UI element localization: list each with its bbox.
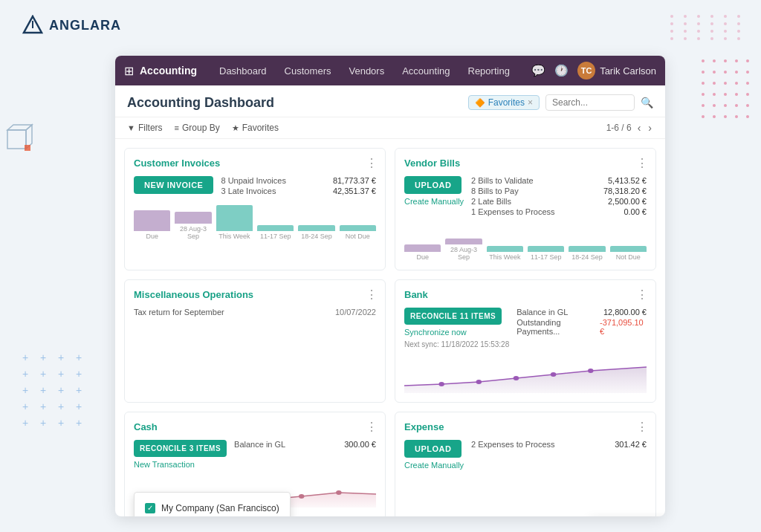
bg-decoration-plus: ++++ ++++ ++++ ++++ ++++ <box>22 352 88 428</box>
misc-operations-title: Miscellaneous Operations <box>134 289 376 300</box>
outstanding-label: Outstanding Payments... <box>516 318 600 336</box>
search-icon[interactable]: 🔍 <box>641 97 653 108</box>
expense-card: Expense ⋮ UPLOAD Create Manually 2 Expen… <box>395 412 656 516</box>
nav-customers[interactable]: Customers <box>277 62 339 80</box>
reconcile-cash-button[interactable]: RECONCILE 3 ITEMS <box>134 440 227 457</box>
dash-header: Accounting Dashboard 🔶 Favorites × 🔍 <box>115 85 665 117</box>
bills-pay-amount: 78,318.20 € <box>603 186 647 195</box>
company-dropdown: My Company (San Francisco) My Company (C… <box>134 492 291 516</box>
chat-icon[interactable]: 💬 <box>531 64 545 77</box>
svg-point-11 <box>299 494 305 499</box>
sync-next-text: Next sync: 11/18/2022 15:53:28 <box>404 340 509 348</box>
customer-invoices-menu-icon[interactable]: ⋮ <box>366 156 378 170</box>
create-manually-expense-link[interactable]: Create Manually <box>404 461 464 470</box>
misc-operations-card: Miscellaneous Operations ⋮ Tax return fo… <box>124 279 386 403</box>
nav-reporting[interactable]: Reporting <box>461 62 517 80</box>
search-input[interactable] <box>545 94 635 111</box>
cards-grid: Customer Invoices ⋮ NEW INVOICE 8 Unpaid… <box>115 139 665 516</box>
groupby-icon: ≡ <box>175 123 179 132</box>
svg-point-9 <box>551 372 557 377</box>
apps-icon[interactable]: ⊞ <box>124 64 134 78</box>
close-favorites-icon[interactable]: × <box>528 97 533 108</box>
unpaid-invoices-label: 8 Unpaid Invoices <box>221 176 285 185</box>
bills-pay-label: 8 Bills to Pay <box>471 186 519 195</box>
checkbox-san-francisco[interactable] <box>145 503 155 513</box>
top-nav: ⊞ Accounting Dashboard Customers Vendors… <box>115 56 665 85</box>
app-container: ⊞ Accounting Dashboard Customers Vendors… <box>115 56 665 516</box>
late-bills-amount: 2,500.00 € <box>608 197 647 206</box>
prev-page-button[interactable]: ‹ <box>636 122 643 134</box>
reconcile-bank-button[interactable]: RECONCILE 11 ITEMS <box>404 308 502 325</box>
expense-card-menu-icon[interactable]: ⋮ <box>636 420 648 434</box>
favorites-tag-label: Favorites <box>488 97 525 108</box>
svg-rect-2 <box>7 130 26 149</box>
dots-right-decoration <box>702 59 754 123</box>
svg-point-10 <box>588 369 594 373</box>
next-page-button[interactable]: › <box>647 122 653 134</box>
logo-text: ANGLARA <box>49 18 121 33</box>
late-invoices-label: 3 Late Invoices <box>221 186 276 195</box>
customer-invoices-title: Customer Invoices <box>134 158 376 169</box>
expenses-process-2-label: 2 Expenses to Process <box>471 440 555 449</box>
nav-accounting[interactable]: Accounting <box>395 62 457 80</box>
user-menu[interactable]: TC Tarik Carlson <box>577 62 656 80</box>
sync-now-link[interactable]: Synchronize now <box>404 328 509 337</box>
group-by-button[interactable]: ≡ Group By <box>175 123 220 133</box>
misc-operations-menu-icon[interactable]: ⋮ <box>366 288 378 302</box>
customer-invoices-card: Customer Invoices ⋮ NEW INVOICE 8 Unpaid… <box>124 148 386 270</box>
expenses-process-amount: 0.00 € <box>624 207 647 216</box>
filter-bar: ▼ Filters ≡ Group By ★ Favorites 1-6 / 6… <box>115 117 665 139</box>
nav-module-title: Accounting <box>140 65 197 77</box>
bills-validate-label: 2 Bills to Validate <box>471 176 534 185</box>
bills-validate-amount: 5,413.52 € <box>608 176 647 185</box>
vendor-bills-card: Vendor Bills ⋮ UPLOAD Create Manually 2 … <box>395 148 656 270</box>
balance-gl-label: Balance in GL <box>516 308 568 317</box>
favorites-button[interactable]: ★ Favorites <box>232 123 279 133</box>
balance-gl-amount: 12,800.00 € <box>603 308 647 317</box>
filters-button[interactable]: ▼ Filters <box>127 123 163 133</box>
unpaid-invoices-amount: 81,773.37 € <box>333 176 376 185</box>
filter-icon: ▼ <box>127 123 135 132</box>
page-info-text: 1-6 / 6 <box>606 123 632 133</box>
upload-vendor-button[interactable]: UPLOAD <box>404 176 462 194</box>
company-san-francisco-label: My Company (San Francisco) <box>161 503 279 513</box>
logo: ANGLARA <box>22 15 121 36</box>
vendor-bills-title: Vendor Bills <box>404 158 647 169</box>
favorites-tag[interactable]: 🔶 Favorites × <box>468 95 540 110</box>
tax-return-date: 10/07/2022 <box>335 308 376 317</box>
tax-return-label: Tax return for September <box>134 308 224 317</box>
bank-card: Bank ⋮ RECONCILE 11 ITEMS Synchronize no… <box>395 279 656 403</box>
vendor-bills-menu-icon[interactable]: ⋮ <box>636 156 648 170</box>
bank-line-chart <box>404 356 647 393</box>
filters-label: Filters <box>138 123 163 133</box>
nav-vendors[interactable]: Vendors <box>341 62 392 80</box>
expenses-process-2-amount: 301.42 € <box>615 440 647 449</box>
bg-decoration-dots <box>670 15 746 40</box>
upload-expense-button[interactable]: UPLOAD <box>404 440 462 458</box>
new-invoice-button[interactable]: NEW INVOICE <box>134 176 213 194</box>
bank-card-menu-icon[interactable]: ⋮ <box>636 288 648 302</box>
clock-icon[interactable]: 🕐 <box>554 64 569 77</box>
dropdown-item-san-francisco[interactable]: My Company (San Francisco) <box>135 499 290 516</box>
svg-point-8 <box>514 376 519 380</box>
vendor-bills-chart: Due 28 Aug-3 Sep This Week 11-17 Sep 18-… <box>404 224 647 261</box>
cash-card-menu-icon[interactable]: ⋮ <box>366 420 378 434</box>
svg-point-12 <box>336 490 342 495</box>
create-manually-vendor-link[interactable]: Create Manually <box>404 197 464 206</box>
bank-card-title: Bank <box>404 289 647 300</box>
svg-point-6 <box>438 382 444 386</box>
star-icon: ★ <box>232 123 239 133</box>
nav-dashboard[interactable]: Dashboard <box>212 62 274 80</box>
svg-rect-5 <box>25 145 30 151</box>
late-invoices-amount: 42,351.37 € <box>333 186 376 195</box>
cash-card-title: Cash <box>134 421 376 432</box>
customer-invoices-chart: Due 28 Aug-3 Sep This Week 11-17 Sep 18-… <box>134 203 376 240</box>
cube-decoration <box>0 119 37 156</box>
logo-icon <box>22 15 43 36</box>
favorites-label: Favorites <box>242 123 279 133</box>
cash-balance-gl-label: Balance in GL <box>234 440 285 449</box>
new-transaction-link[interactable]: New Transaction <box>134 460 227 469</box>
svg-point-7 <box>476 380 482 384</box>
groupby-label: Group By <box>182 123 220 133</box>
expenses-process-label: 1 Expenses to Process <box>471 207 555 216</box>
